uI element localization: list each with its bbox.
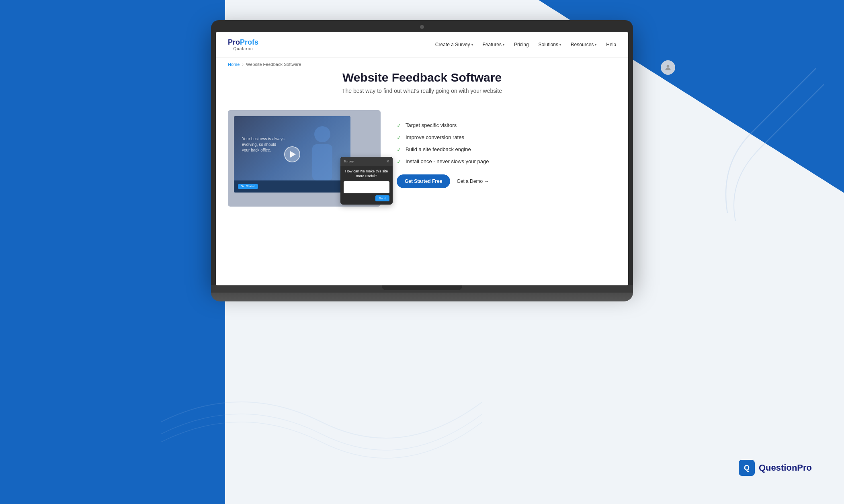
laptop-base: [211, 293, 633, 301]
breadcrumb-home[interactable]: Home: [228, 62, 240, 67]
nav-links: Create a Survey ▾ Features ▾ Pricing Sol…: [435, 42, 616, 47]
popup-title: Survey: [344, 160, 354, 163]
logo-pro2: Profs: [240, 38, 258, 46]
popup-body: How can we make this site more useful? S…: [340, 166, 393, 204]
feature-label: Build a site feedback engine: [406, 146, 471, 152]
laptop-camera: [420, 25, 424, 29]
play-icon: [290, 151, 296, 158]
popup-input[interactable]: [344, 181, 389, 193]
questionpro-logo: Q QuestionPro: [739, 460, 812, 476]
feature-label: Install once - never slows your page: [406, 158, 489, 164]
logo-sub: Qualaroo: [228, 47, 258, 51]
nav-solutions[interactable]: Solutions ▾: [539, 42, 561, 47]
nav-resources[interactable]: Resources ▾: [571, 42, 596, 47]
play-button[interactable]: [284, 146, 300, 162]
check-icon: ✓: [397, 134, 402, 141]
laptop-base-top: [211, 285, 633, 293]
video-content: Your business is alwaysevolving, so shou…: [234, 116, 350, 193]
decoration-curves-bottom: [161, 362, 482, 464]
close-icon[interactable]: ✕: [386, 159, 389, 164]
video-screen: Your business is alwaysevolving, so shou…: [234, 116, 350, 193]
logo: ProProfs Qualaroo: [228, 39, 258, 51]
features-list: ✓ Target specific visitors ✓ Improve con…: [397, 122, 616, 165]
chevron-down-icon: ▾: [595, 43, 596, 47]
feature-label: Improve conversion rates: [406, 134, 464, 140]
hero-content: Your business is alwaysevolving, so shou…: [216, 102, 628, 219]
video-thumbnail[interactable]: Your business is alwaysevolving, so shou…: [228, 110, 381, 207]
popup-send-button[interactable]: Send: [375, 195, 389, 201]
laptop-screen-outer: ProProfs Qualaroo Create a Survey ▾ Feat…: [211, 20, 633, 285]
survey-popup: Survey ✕ How can we make this site more …: [340, 157, 393, 204]
feature-item: ✓ Build a site feedback engine: [397, 146, 616, 153]
website-nav: ProProfs Qualaroo Create a Survey ▾ Feat…: [216, 32, 628, 58]
cta-buttons: Get Started Free Get a Demo →: [397, 174, 616, 188]
svg-point-0: [667, 65, 670, 68]
nav-help[interactable]: Help: [606, 42, 616, 47]
breadcrumb: Home › Website Feedback Software: [216, 58, 628, 71]
video-text: Your business is alwaysevolving, so shou…: [242, 136, 285, 153]
nav-create-survey[interactable]: Create a Survey ▾: [435, 42, 473, 47]
hero-left: Your business is alwaysevolving, so shou…: [228, 110, 381, 207]
logo-pro1: Pro: [228, 38, 240, 46]
breadcrumb-separator: ›: [242, 62, 244, 67]
laptop-screen: ProProfs Qualaroo Create a Survey ▾ Feat…: [216, 32, 628, 285]
chevron-down-icon: ▾: [471, 43, 473, 47]
check-icon: ✓: [397, 146, 402, 153]
hero-title-section: Website Feedback Software The best way t…: [216, 71, 628, 94]
popup-header: Survey ✕: [340, 157, 393, 166]
svg-point-1: [314, 126, 330, 142]
nav-pricing[interactable]: Pricing: [514, 42, 529, 47]
user-avatar[interactable]: [661, 60, 675, 75]
svg-rect-2: [312, 144, 332, 180]
feature-item: ✓ Improve conversion rates: [397, 134, 616, 141]
page-title: Website Feedback Software: [216, 71, 628, 84]
nav-features[interactable]: Features ▾: [483, 42, 504, 47]
popup-question: How can we make this site more useful?: [344, 169, 389, 178]
hero-subtitle: The best way to find out what's really g…: [216, 88, 628, 94]
feature-item: ✓ Target specific visitors: [397, 122, 616, 129]
questionpro-name: QuestionPro: [759, 463, 812, 473]
get-started-button[interactable]: Get Started Free: [397, 174, 450, 188]
decoration-curves-top: [703, 60, 824, 223]
breadcrumb-current: Website Feedback Software: [246, 62, 301, 67]
check-icon: ✓: [397, 122, 402, 129]
chevron-down-icon: ▾: [559, 43, 561, 47]
hero-right: ✓ Target specific visitors ✓ Improve con…: [397, 110, 616, 188]
questionpro-icon: Q: [739, 460, 755, 476]
get-demo-button[interactable]: Get a Demo →: [457, 178, 489, 184]
feature-item: ✓ Install once - never slows your page: [397, 158, 616, 165]
laptop: ProProfs Qualaroo Create a Survey ▾ Feat…: [211, 20, 633, 301]
check-icon: ✓: [397, 158, 402, 165]
chevron-down-icon: ▾: [503, 43, 504, 47]
feature-label: Target specific visitors: [406, 122, 457, 128]
laptop-notch: [382, 285, 462, 290]
